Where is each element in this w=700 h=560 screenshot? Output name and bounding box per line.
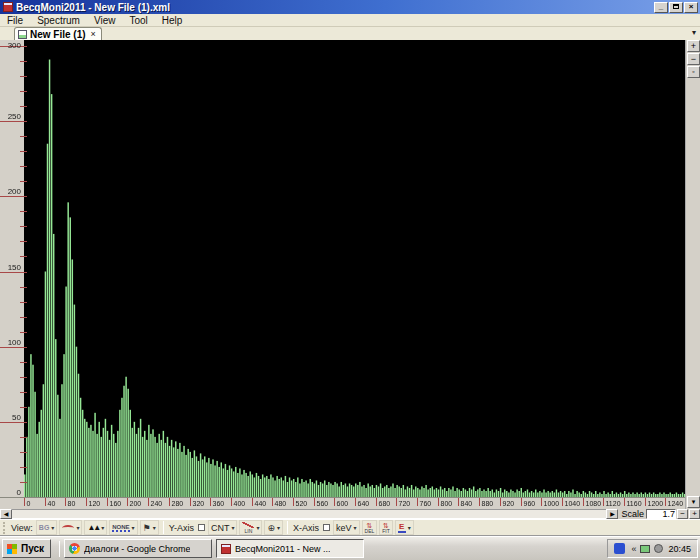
marker-flag-button[interactable]: ⚑ ▾ <box>140 520 159 535</box>
scale-minus-button[interactable]: − <box>677 509 688 519</box>
task-label: BecqMoni2011 - New ... <box>235 544 330 554</box>
yzoom-in-button[interactable]: + <box>687 40 700 52</box>
chevron-down-icon[interactable]: ▾ <box>76 524 79 531</box>
scale-controls: Scale − + <box>618 509 700 519</box>
tray-app-icon[interactable] <box>654 544 663 553</box>
tab-label: New File (1) <box>30 29 86 40</box>
language-indicator-icon[interactable] <box>614 543 625 554</box>
windows-flag-icon <box>7 544 17 554</box>
chrome-icon <box>69 543 80 554</box>
energy-unit-dropdown[interactable]: keV ▾ <box>333 520 360 535</box>
fit-calibration-button[interactable]: ⇅ FIT <box>379 520 393 535</box>
spectrum-plot[interactable] <box>0 40 685 509</box>
start-button[interactable]: Пуск <box>2 539 51 558</box>
chevron-down-icon[interactable]: ▾ <box>153 524 156 531</box>
chevron-down-icon[interactable]: ▾ <box>101 524 104 531</box>
resolution-curve-button[interactable]: ▾ <box>59 520 82 535</box>
toolbar-separator <box>163 521 164 534</box>
chevron-down-icon[interactable]: ▾ <box>256 524 259 531</box>
scale-input[interactable] <box>646 509 676 519</box>
red-arc-icon <box>62 525 74 531</box>
app-icon <box>3 2 13 12</box>
task-chrome[interactable]: Диалоги - Google Chrome <box>64 539 212 558</box>
title-bar[interactable]: BecqMoni2011 - New File (1).xml _ × <box>0 0 700 14</box>
count-mode-dropdown[interactable]: CNT ▾ <box>208 520 238 535</box>
view-toolbar: View: BG ▾ ▾ ▲▲ ▾ NONE ▾ ⚑ ▾ Y-Axis CNT … <box>0 519 700 536</box>
del-arrows-icon: ⇅ DEL <box>365 522 375 534</box>
yaxis-checkbox[interactable] <box>198 524 205 531</box>
menu-spectrum[interactable]: Spectrum <box>30 14 87 27</box>
chevron-down-icon[interactable]: ▾ <box>132 524 135 531</box>
menu-file[interactable]: File <box>0 14 30 27</box>
toolbar-grip <box>3 522 6 534</box>
menu-tool[interactable]: Tool <box>122 14 154 27</box>
menu-bar: File Spectrum View Tool Help <box>0 14 700 27</box>
start-label: Пуск <box>21 543 44 554</box>
move-cross-icon: ⊕ <box>267 523 275 533</box>
kev-label: keV <box>336 523 352 533</box>
cnt-label: CNT <box>211 523 230 533</box>
menu-help[interactable]: Help <box>155 14 190 27</box>
task-label: Диалоги - Google Chrome <box>84 544 190 554</box>
scroll-left-icon[interactable]: ◀ <box>0 509 12 519</box>
yaxis-label: Y-Axis <box>169 523 194 533</box>
peaks-icon: ▲▲ <box>87 523 99 532</box>
tab-new-file-1[interactable]: New File (1) × <box>14 27 102 40</box>
window-title: BecqMoni2011 - New File (1).xml <box>16 2 653 13</box>
becqmoni-window: BecqMoni2011 - New File (1).xml _ × File… <box>0 0 700 560</box>
smoothing-none-icon: NONE <box>112 524 129 532</box>
delete-calibration-button[interactable]: ⇅ DEL <box>362 520 378 535</box>
fit-arrows-icon: ⇅ FIT <box>382 522 390 534</box>
yscroll-down-button[interactable]: ▾ <box>687 496 700 508</box>
chevron-down-icon[interactable]: ▾ <box>51 524 54 531</box>
taskbar-clock: 20:45 <box>668 544 691 554</box>
bg-icon: BG <box>39 524 50 531</box>
chevron-down-icon[interactable]: ▾ <box>231 524 234 531</box>
smoothing-button[interactable]: NONE ▾ <box>109 520 137 535</box>
energy-calibration-button[interactable]: E ▾ <box>395 520 414 535</box>
peaks-view-button[interactable]: ▲▲ ▾ <box>84 520 107 535</box>
toolbar-separator <box>287 521 288 534</box>
xaxis-checkbox[interactable] <box>323 524 330 531</box>
close-button[interactable]: × <box>684 2 698 13</box>
spectrum-doc-icon <box>18 30 27 39</box>
menu-view[interactable]: View <box>87 14 123 27</box>
scale-label: Scale <box>621 509 644 519</box>
tray-collapse-icon[interactable]: « <box>631 544 636 554</box>
chevron-down-icon[interactable]: ▾ <box>408 524 411 531</box>
tab-close-icon[interactable]: × <box>91 29 96 39</box>
scroll-right-icon[interactable]: ▶ <box>606 509 618 519</box>
yzoom-out-button[interactable]: − <box>687 53 700 65</box>
fit-mode-dropdown[interactable]: ⊕ ▾ <box>264 520 283 535</box>
yzoom-reset-button[interactable]: ▫ <box>687 66 700 78</box>
taskbar-separator <box>59 541 60 557</box>
yzoom-strip: + − ▫ ▾ <box>685 40 700 509</box>
energy-icon: E <box>398 523 406 533</box>
scroll-track[interactable] <box>12 509 606 519</box>
chevron-down-icon[interactable]: ▾ <box>277 524 280 531</box>
lin-icon: LIN <box>242 522 254 534</box>
taskbar: Пуск Диалоги - Google Chrome BecqMoni201… <box>0 536 700 560</box>
chevron-down-icon[interactable]: ▾ <box>354 524 357 531</box>
linear-scale-dropdown[interactable]: LIN ▾ <box>239 520 262 535</box>
flag-icon: ⚑ <box>143 523 151 533</box>
display-tray-icon[interactable] <box>640 545 650 553</box>
system-tray: « 20:45 <box>607 539 698 558</box>
restore-icon <box>673 4 679 9</box>
tab-strip: New File (1) × ▾ <box>0 27 700 40</box>
becqmoni-icon <box>221 544 231 554</box>
restore-button[interactable] <box>669 2 683 13</box>
xaxis-label: X-Axis <box>293 523 319 533</box>
scale-plus-button[interactable]: + <box>689 509 700 519</box>
background-view-button[interactable]: BG ▾ <box>36 520 58 535</box>
view-label: View: <box>11 523 33 533</box>
task-becqmoni[interactable]: BecqMoni2011 - New ... <box>216 539 364 558</box>
tab-overflow-dropdown-icon[interactable]: ▾ <box>692 28 696 37</box>
x-scrollbar: ◀ ▶ Scale − + <box>0 509 700 519</box>
minimize-button[interactable]: _ <box>654 2 668 13</box>
